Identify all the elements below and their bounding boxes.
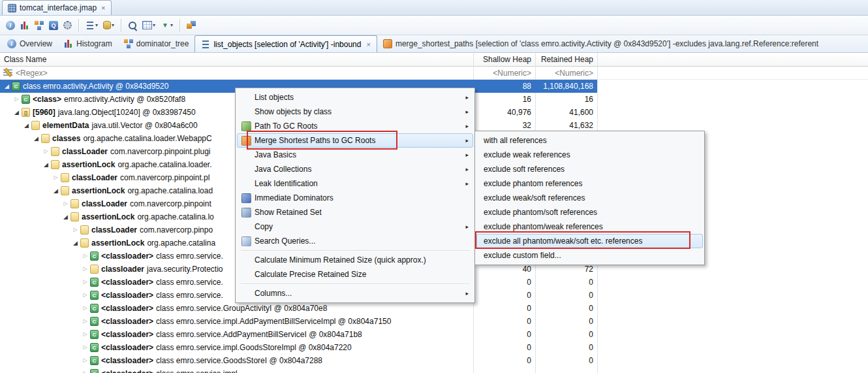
dropdown-arrow-icon[interactable]: ▾ bbox=[170, 22, 173, 28]
expand-arrow-icon[interactable]: ▷ bbox=[61, 197, 70, 210]
column-header-class-name[interactable]: Class Name bbox=[4, 53, 46, 66]
expand-arrow-icon[interactable]: ◢ bbox=[12, 106, 21, 119]
view-tab-dominator-tree[interactable]: dominator_tree bbox=[118, 35, 195, 52]
expand-arrow-icon[interactable]: ▷ bbox=[81, 328, 89, 341]
expand-arrow-icon[interactable]: ◢ bbox=[42, 158, 50, 171]
column-header-retained-heap[interactable]: Retained Heap bbox=[535, 53, 597, 66]
menu-item[interactable]: List objects▸ bbox=[237, 90, 473, 105]
submenu-item[interactable]: exclude weak references bbox=[476, 148, 703, 162]
menu-item[interactable]: Columns...▸ bbox=[237, 286, 473, 300]
submenu-arrow-icon: ▸ bbox=[465, 137, 469, 144]
expand-arrow-icon[interactable]: ▷ bbox=[81, 289, 89, 302]
view-tab-histogram[interactable]: Histogram bbox=[58, 35, 118, 52]
expand-arrow-icon[interactable]: ◢ bbox=[61, 210, 70, 223]
menu-item[interactable]: Calculate Precise Retained Size bbox=[237, 267, 473, 282]
expand-arrow-icon[interactable]: ▷ bbox=[81, 302, 89, 315]
expand-arrow-icon[interactable]: ▷ bbox=[52, 171, 60, 184]
expand-arrow-icon[interactable]: ▷ bbox=[81, 250, 89, 263]
search-icon-button[interactable] bbox=[126, 18, 139, 33]
submenu-item[interactable]: exclude phantom references bbox=[476, 176, 703, 191]
close-icon[interactable]: × bbox=[101, 4, 105, 12]
group-result-icon-button[interactable]: ▾ bbox=[101, 18, 116, 33]
expand-arrow-icon[interactable]: ▷ bbox=[81, 354, 89, 367]
expand-arrow-icon[interactable]: ◢ bbox=[52, 184, 60, 197]
menu-item[interactable]: Copy▸ bbox=[237, 219, 473, 234]
regex-filter-input[interactable]: <Regex> bbox=[16, 67, 48, 80]
overview-icon-button[interactable]: i bbox=[4, 18, 17, 33]
menu-item[interactable]: Java Basics▸ bbox=[237, 148, 473, 162]
dropdown-arrow-icon[interactable]: ▾ bbox=[153, 22, 155, 28]
expand-arrow-icon[interactable]: ▷ bbox=[81, 341, 89, 354]
submenu-item[interactable]: exclude soft references bbox=[476, 162, 703, 176]
dominator-tree-icon-button[interactable] bbox=[33, 18, 46, 33]
column-header-shallow-heap[interactable]: Shallow Heap bbox=[473, 53, 535, 66]
table-row[interactable]: ▷C<classloader>class emro.service.impl.G… bbox=[0, 341, 597, 354]
tree-icon bbox=[124, 39, 133, 48]
dropdown-arrow-icon[interactable]: ▾ bbox=[95, 22, 98, 28]
row-class-label: class emro.service.AddPaymentBillService… bbox=[156, 328, 362, 341]
expand-arrow-icon[interactable]: ◢ bbox=[71, 236, 80, 250]
expand-arrow-icon[interactable]: ◢ bbox=[32, 132, 40, 145]
view-tab-merge-shortest-paths[interactable]: merge_shortest_paths [selection of 'clas… bbox=[377, 35, 824, 52]
menu-item[interactable]: Show objects by class▸ bbox=[237, 105, 473, 119]
menu-item[interactable]: Java Collections▸ bbox=[237, 162, 473, 176]
query-browser-icon-button[interactable]: ▾ bbox=[84, 18, 100, 33]
table-row[interactable]: ▷C<classloader>class emro.service.impl. bbox=[0, 367, 597, 373]
editor-tab-heap-dump[interactable]: tomcat_interface.jmap × bbox=[2, 0, 112, 15]
classfile-icon: C bbox=[90, 343, 99, 352]
expand-arrow-icon[interactable]: ▷ bbox=[81, 367, 89, 373]
tree-indent bbox=[0, 361, 81, 361]
numeric-filter-shallow[interactable]: <Numeric> bbox=[473, 67, 535, 80]
table-row[interactable]: ▷C<classloader>class emro.service.GroupA… bbox=[0, 302, 597, 315]
oql-icon-button[interactable]: Q bbox=[47, 18, 60, 33]
menu-item[interactable]: Leak Identification▸ bbox=[237, 176, 473, 191]
class-name-cell: ▷C<classloader>class emro.service.impl. bbox=[0, 367, 473, 373]
expand-arrow-icon[interactable]: ▷ bbox=[42, 145, 50, 158]
expand-arrow-icon[interactable]: ▷ bbox=[12, 93, 21, 106]
menu-item[interactable]: Calculate Minimum Retained Size (quick a… bbox=[237, 253, 473, 267]
submenu-item[interactable]: exclude all phantom/weak/soft etc. refer… bbox=[476, 234, 703, 248]
expand-arrow-icon[interactable]: ▷ bbox=[81, 276, 89, 289]
expand-arrow-icon[interactable]: ▷ bbox=[81, 315, 89, 328]
close-icon[interactable]: × bbox=[366, 41, 370, 48]
menu-item[interactable]: Path To GC Roots▸ bbox=[237, 119, 473, 133]
submenu-item-label: exclude custom field... bbox=[484, 251, 561, 260]
expand-arrow-icon[interactable]: ◢ bbox=[3, 80, 11, 93]
row-class-label: class emro.service.impl.AddPaymentBillSe… bbox=[156, 315, 391, 328]
menu-item-label: Java Collections bbox=[255, 165, 311, 174]
menu-icon-gutter bbox=[238, 122, 255, 131]
row-class-label: java.util.Vector @ 0x804a6c00 bbox=[91, 119, 197, 132]
menu-item[interactable]: Show Retained Set bbox=[237, 205, 473, 219]
class-icon: C bbox=[12, 82, 20, 91]
menu-item-label: List objects bbox=[255, 93, 294, 102]
table-row[interactable]: ▷C<classloader>class emro.service.AddPay… bbox=[0, 328, 597, 341]
submenu-item[interactable]: exclude weak/soft references bbox=[476, 191, 703, 205]
expert-tests-icon-button[interactable] bbox=[61, 18, 74, 33]
classfile-icon: C bbox=[90, 304, 99, 313]
menu-item[interactable]: Merge Shortest Paths to GC Roots▸ bbox=[237, 133, 473, 148]
menu-icon-gutter bbox=[238, 208, 255, 218]
histogram-icon-button[interactable] bbox=[18, 18, 31, 33]
view-tab-overview[interactable]: iOverview bbox=[1, 35, 58, 52]
menu-item[interactable]: Immediate Dominators bbox=[237, 191, 473, 205]
submenu-item[interactable]: exclude phantom/weak references bbox=[476, 219, 703, 234]
view-tab-list-objects[interactable]: list_objects [selection of 'Activity'] -… bbox=[194, 35, 377, 52]
filter-row: <Regex> <Numeric> <Numeric> bbox=[0, 67, 868, 80]
dropdown-arrow-icon[interactable]: ▾ bbox=[112, 22, 114, 28]
expand-arrow-icon[interactable]: ▷ bbox=[71, 223, 80, 236]
classfile-icon: C bbox=[90, 330, 99, 339]
table-row[interactable]: ▷C<classloader>class emro.service.impl.A… bbox=[0, 315, 597, 328]
compare-icon-button[interactable] bbox=[185, 18, 198, 33]
calculate-retained-size-icon-button[interactable]: ▾ bbox=[140, 18, 157, 33]
submenu-item[interactable]: exclude phantom/soft references bbox=[476, 205, 703, 219]
numeric-filter-retained[interactable]: <Numeric> bbox=[535, 67, 597, 80]
row-class-label: org.apache.catalina.loader.WebappC bbox=[83, 132, 211, 145]
menu-item[interactable]: Search Queries... bbox=[237, 234, 473, 248]
submenu-item[interactable]: with all references bbox=[476, 133, 703, 148]
table-row[interactable]: ▷C<classloader>class emro.service.GoodsS… bbox=[0, 354, 597, 367]
export-icon-button[interactable]: ▼▾ bbox=[159, 18, 175, 33]
expand-arrow-icon[interactable]: ◢ bbox=[22, 119, 31, 132]
expand-arrow-icon[interactable]: ▷ bbox=[81, 263, 89, 276]
submenu-item[interactable]: exclude custom field... bbox=[476, 248, 703, 263]
view-tab-label: dominator_tree bbox=[136, 39, 189, 48]
